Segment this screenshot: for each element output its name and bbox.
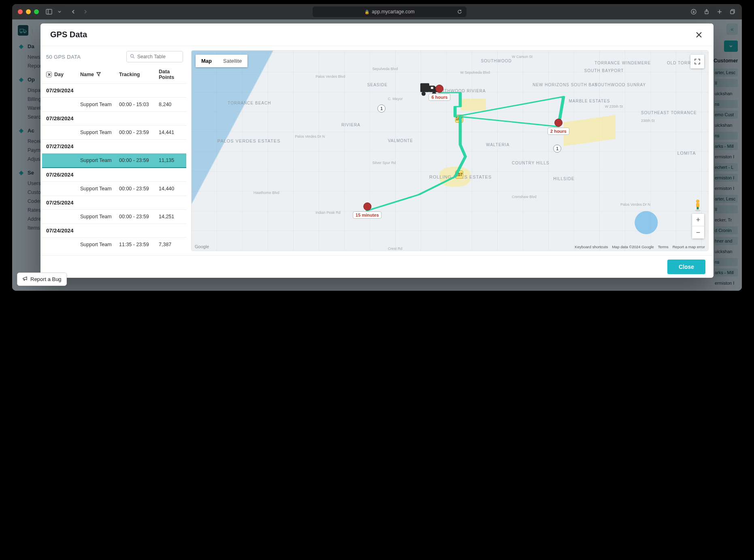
close-button[interactable]: Close bbox=[667, 260, 705, 274]
nav-back-icon[interactable] bbox=[70, 8, 77, 15]
route-shield: 107 bbox=[455, 115, 463, 123]
map-road-label: W Sepulveda Blvd bbox=[460, 70, 490, 75]
sidebar-toggle-icon[interactable] bbox=[45, 8, 53, 15]
col-day[interactable]: Day bbox=[54, 72, 64, 77]
map-area-label: RIVIERA bbox=[341, 123, 360, 127]
date-group-row: 07/27/2024 bbox=[42, 140, 186, 153]
map-area-label: Lomita bbox=[677, 151, 696, 155]
svg-point-19 bbox=[695, 210, 701, 211]
map-canvas[interactable] bbox=[192, 51, 708, 251]
zoom-in-button[interactable]: + bbox=[692, 214, 704, 226]
date-group-row: 07/26/2024 bbox=[42, 168, 186, 182]
address-bar[interactable]: 🔒 app.mycartage.com bbox=[313, 6, 466, 17]
map-type-map[interactable]: Map bbox=[196, 55, 217, 67]
table-body[interactable]: 07/29/2024Support Team00:00 - 15:038,240… bbox=[42, 84, 186, 251]
marker-duration-label: 2 hours bbox=[547, 128, 569, 135]
zoom-out-button[interactable]: − bbox=[692, 226, 704, 238]
map-area-label: SOUTHWOOD bbox=[481, 59, 512, 63]
fullscreen-icon[interactable] bbox=[690, 55, 704, 68]
search-input[interactable] bbox=[126, 51, 183, 62]
row-points: 14,440 bbox=[159, 186, 182, 192]
map-type-switch: Map Satellite bbox=[196, 55, 247, 67]
refresh-icon[interactable] bbox=[456, 8, 463, 15]
nav-forward-icon[interactable] bbox=[82, 8, 89, 15]
row-points: 14,441 bbox=[159, 130, 182, 135]
svg-rect-22 bbox=[697, 207, 699, 209]
gps-table-panel: 50 GPS DATA ✕Day Name Tracking Data Poin… bbox=[40, 50, 186, 251]
window-controls bbox=[18, 9, 39, 14]
marker-duration-label: 6 hours bbox=[429, 94, 451, 101]
gps-count-label: 50 GPS DATA bbox=[46, 54, 81, 60]
row-tracking: 11:35 - 23:59 bbox=[119, 242, 159, 247]
svg-rect-6 bbox=[731, 11, 734, 14]
map-type-satellite[interactable]: Satellite bbox=[217, 55, 247, 67]
marker-duration-label: 15 minutes bbox=[353, 211, 381, 219]
search-icon bbox=[130, 54, 135, 60]
maximize-window-icon[interactable] bbox=[34, 9, 39, 14]
row-name: Support Team bbox=[80, 214, 119, 219]
map-road-label: Hawthorne Blvd bbox=[253, 191, 279, 195]
megaphone-icon bbox=[22, 276, 28, 283]
modal-close-icon[interactable] bbox=[694, 30, 704, 40]
gps-data-row[interactable]: Support Team00:00 - 15:038,240 bbox=[42, 98, 186, 112]
search-field[interactable] bbox=[137, 54, 179, 60]
map-road-label: Palos Verdes Dr N bbox=[620, 202, 650, 207]
map-road-label: Palos Verdes Blvd bbox=[315, 75, 345, 79]
date-group-row: 07/28/2024 bbox=[42, 112, 186, 126]
map-area-label: NEW HORIZONS SOUTH BAY bbox=[532, 83, 598, 87]
gps-data-row[interactable]: Support Team11:35 - 23:597,387 bbox=[42, 238, 186, 251]
map-area-label: TORRANCE BEACH bbox=[228, 101, 271, 105]
map-area-label: SEASIDE bbox=[367, 83, 388, 87]
map-area-label: HILLSIDE bbox=[553, 177, 574, 181]
row-points: 14,251 bbox=[159, 214, 182, 219]
share-icon[interactable] bbox=[703, 8, 710, 15]
row-tracking: 00:00 - 15:03 bbox=[119, 102, 159, 107]
map-area-label: SOUTHWOOD SUNRAY bbox=[594, 83, 646, 87]
modal-title: GPS Data bbox=[50, 30, 87, 39]
keyboard-shortcuts-link[interactable]: Keyboard shortcuts bbox=[575, 245, 608, 249]
map-stop-marker[interactable]: 2 hours bbox=[547, 119, 569, 135]
report-bug-button[interactable]: Report a Bug bbox=[17, 273, 67, 286]
map-area-label: TORRANCE WINDEMERE bbox=[594, 61, 651, 65]
map-area-label: SOUTH BAYPORT bbox=[584, 68, 624, 73]
map-stop-marker[interactable]: 6 hours bbox=[429, 85, 451, 101]
chevron-down-icon[interactable] bbox=[56, 8, 63, 15]
gps-data-modal: GPS Data 50 GPS DATA ✕Day bbox=[40, 23, 714, 278]
close-window-icon[interactable] bbox=[18, 9, 23, 14]
date-group-row: 07/25/2024 bbox=[42, 196, 186, 210]
terms-link[interactable]: Terms bbox=[658, 245, 669, 249]
row-tracking: 00:00 - 23:59 bbox=[119, 158, 159, 163]
map-panel[interactable]: SOUTHWOODTORRANCE WINDEMEREOLD TORRASOUT… bbox=[191, 50, 709, 251]
col-data-points[interactable]: Data Points bbox=[159, 69, 174, 80]
map-data-label: Map data ©2024 Google bbox=[612, 245, 654, 249]
gps-data-row[interactable]: Support Team00:00 - 23:5914,440 bbox=[42, 182, 186, 196]
gps-data-row[interactable]: Support Team00:00 - 23:5914,251 bbox=[42, 210, 186, 224]
table-header: ✕Day Name Tracking Data Points bbox=[42, 66, 186, 84]
pegman-icon[interactable] bbox=[692, 199, 703, 212]
browser-titlebar: 🔒 app.mycartage.com bbox=[12, 4, 742, 19]
map-stop-marker[interactable]: 15 minutes bbox=[353, 202, 381, 219]
map-area-label: WALTERIA bbox=[486, 143, 509, 147]
tabs-icon[interactable] bbox=[729, 8, 736, 15]
row-points: 11,135 bbox=[159, 158, 182, 163]
svg-line-13 bbox=[133, 57, 134, 58]
row-name: Support Team bbox=[80, 242, 119, 247]
filter-icon[interactable] bbox=[96, 72, 101, 77]
gps-data-row[interactable]: Support Team00:00 - 23:5911,135 bbox=[42, 153, 186, 168]
svg-point-12 bbox=[131, 54, 134, 57]
svg-rect-0 bbox=[46, 9, 52, 14]
gps-data-row[interactable]: Support Team00:00 - 23:5914,441 bbox=[42, 126, 186, 140]
row-points: 7,387 bbox=[159, 242, 182, 247]
col-name[interactable]: Name bbox=[80, 72, 94, 77]
minimize-window-icon[interactable] bbox=[26, 9, 31, 14]
clear-day-filter-icon[interactable]: ✕ bbox=[46, 72, 52, 77]
map-area-label: MARBLE ESTATES bbox=[569, 99, 610, 103]
lock-icon: 🔒 bbox=[364, 10, 369, 14]
new-tab-icon[interactable] bbox=[716, 8, 723, 15]
marker-dot-icon bbox=[554, 119, 562, 127]
report-map-error-link[interactable]: Report a map error bbox=[673, 245, 705, 249]
col-tracking[interactable]: Tracking bbox=[119, 72, 140, 77]
map-area-label: SOUTHEAST TORRANCE bbox=[641, 111, 696, 115]
row-name: Support Team bbox=[80, 186, 119, 192]
download-icon[interactable] bbox=[690, 8, 697, 15]
